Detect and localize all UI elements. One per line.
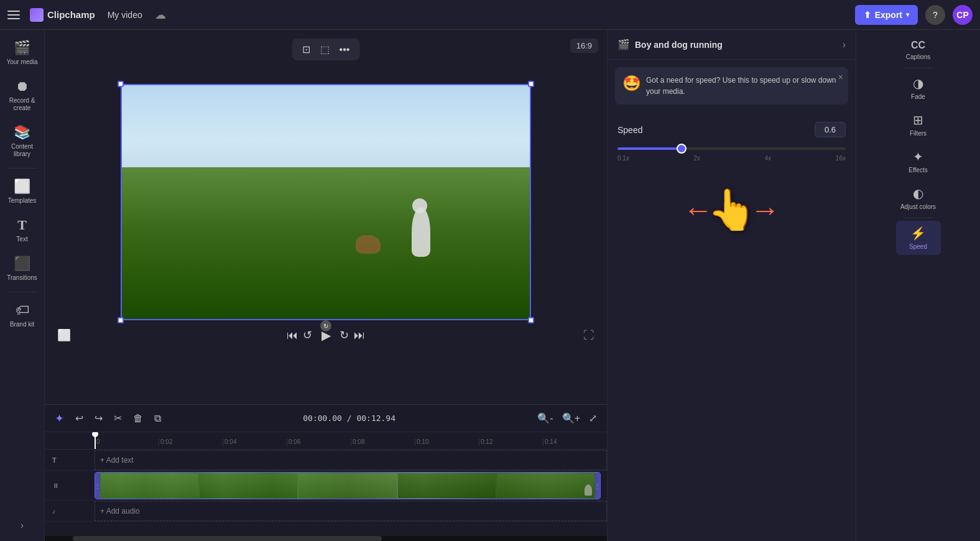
playhead-marker: [92, 432, 98, 437]
add-text-button[interactable]: + Add text: [100, 456, 134, 465]
right-panel-captions[interactable]: CC Captions: [896, 35, 941, 65]
panel-header: 🎬 Boy and dog running ›: [608, 30, 856, 60]
video-background: [122, 85, 530, 319]
forward-button[interactable]: ↻: [337, 326, 351, 344]
export-button[interactable]: ⬆ Export ▾: [855, 5, 918, 25]
menu-icon[interactable]: [7, 7, 22, 22]
topbar: Clipchamp My video ☁ ⬆ Export ▾ ? CP: [0, 0, 980, 30]
speed-slider-thumb[interactable]: [677, 144, 686, 154]
fit-timeline-button[interactable]: ⤢: [586, 410, 599, 427]
export-dropdown-arrow: ▾: [906, 11, 909, 18]
skip-start-button[interactable]: ⏮: [284, 326, 300, 344]
captions-toggle-icon[interactable]: ⬜: [57, 328, 71, 342]
rewind-button[interactable]: ↺: [300, 326, 315, 344]
zoom-out-button[interactable]: 🔍-: [535, 410, 555, 427]
video-clip-strip[interactable]: ⋮: [95, 472, 601, 499]
sidebar-label-text: Text: [16, 236, 27, 243]
crop-button[interactable]: ⊡: [300, 42, 313, 57]
play-pause-button[interactable]: ▶: [315, 324, 337, 346]
duplicate-button[interactable]: ⧉: [152, 410, 164, 427]
speed-control: Speed 0.6 0.1x 2x 4x 16x: [608, 112, 856, 256]
zoom-in-button[interactable]: 🔍+: [560, 410, 583, 427]
info-close-button[interactable]: ×: [838, 72, 843, 82]
speed-mark-16x: 16x: [836, 155, 846, 162]
adjust-colors-label: Adjust colors: [900, 203, 936, 210]
sidebar-item-templates[interactable]: ⬜ Templates: [2, 173, 42, 210]
ruler-mark-4: 0:08: [351, 438, 415, 446]
text-track-icon: T: [52, 456, 57, 464]
topbar-left: Clipchamp My video ☁: [7, 7, 166, 22]
time-separator: /: [347, 414, 357, 423]
left-sidebar: 🎬 Your media ⏺ Record &create 📚 Content …: [0, 30, 45, 541]
sidebar-item-record-create[interactable]: ⏺ Record &create: [2, 73, 42, 117]
resize-handle-tr[interactable]: [528, 81, 534, 87]
filters-label: Filters: [910, 130, 927, 137]
skip-end-button[interactable]: ⏭: [351, 326, 368, 344]
ruler-mark-1: 0:02: [159, 438, 223, 446]
sidebar-item-content-library[interactable]: 📚 Content library: [2, 119, 42, 163]
captions-label: Captions: [906, 53, 930, 60]
video-strip-thumbnails: [100, 473, 595, 499]
speed-panel: 🎬 Boy and dog running › 🤩 Got a need for…: [607, 30, 856, 541]
video-frame[interactable]: [121, 84, 531, 320]
right-panel-effects[interactable]: ✦ Effects: [896, 144, 941, 178]
aspect-ratio-badge[interactable]: 16:9: [570, 39, 598, 53]
more-options-button[interactable]: •••: [337, 43, 353, 57]
timeline-playhead[interactable]: [95, 432, 96, 449]
sidebar-item-text[interactable]: T Text: [2, 212, 42, 248]
export-label: Export: [875, 10, 902, 20]
timeline-scrollbar[interactable]: [45, 536, 607, 541]
cut-button[interactable]: ✂: [111, 410, 124, 427]
text-track-content[interactable]: + Add text: [95, 450, 607, 470]
fade-label: Fade: [911, 93, 925, 100]
add-clip-button[interactable]: ✦: [52, 409, 67, 428]
video-track-content[interactable]: ⋮: [95, 471, 607, 500]
playback-controls: ⬜ ⏮ ↺ ▶ ↻ ⏭ ⛶: [45, 320, 607, 350]
right-panel-speed[interactable]: ⚡ Speed: [896, 221, 941, 255]
delete-button[interactable]: 🗑: [131, 410, 146, 427]
sidebar-item-your-media[interactable]: 🎬 Your media: [2, 35, 42, 71]
add-audio-button[interactable]: + Add audio: [100, 507, 140, 516]
sidebar-divider-2: [7, 292, 37, 292]
resize-button[interactable]: ⬚: [318, 42, 332, 57]
panel-expand-button[interactable]: ›: [843, 39, 846, 50]
ruler-mark-6: 0:12: [479, 438, 543, 446]
app-logo: [30, 8, 44, 22]
undo-button[interactable]: ↩: [73, 410, 86, 427]
sidebar-item-brand-kit[interactable]: 🏷 Brand kit: [2, 297, 42, 333]
sidebar-item-transitions[interactable]: ⬛ Transitions: [2, 251, 42, 287]
brand-kit-icon: 🏷: [16, 302, 29, 318]
sidebar-expand-button[interactable]: ›: [16, 515, 29, 536]
speed-label-row: Speed 0.6: [617, 122, 846, 137]
right-panel-adjust-colors[interactable]: ◐ Adjust colors: [896, 181, 941, 215]
fullscreen-button[interactable]: ⛶: [583, 329, 594, 342]
audio-track-content[interactable]: + Add audio: [95, 501, 607, 521]
main-area: 🎬 Your media ⏺ Record &create 📚 Content …: [0, 30, 980, 541]
resize-handle-tl[interactable]: [118, 81, 124, 87]
sidebar-label-record: Record &create: [9, 97, 35, 112]
scrollbar-thumb[interactable]: [73, 536, 382, 541]
speed-label: Speed: [617, 125, 642, 135]
dog-figure: [356, 235, 381, 254]
redo-button[interactable]: ↪: [92, 410, 105, 427]
right-panel-filters[interactable]: ⊞ Filters: [896, 108, 941, 142]
video-title[interactable]: My video: [103, 7, 147, 22]
right-panel-fade[interactable]: ◑ Fade: [896, 71, 941, 105]
speed-info-box: 🤩 Got a need for speed? Use this to spee…: [615, 67, 848, 104]
audio-track-label: ♪: [45, 507, 95, 515]
user-avatar[interactable]: CP: [953, 5, 973, 25]
video-strip-left-handle[interactable]: ⋮: [95, 473, 100, 499]
ruler-marks: 0 0:02 0:04 0:06 0:08 0:10 0:12 0:14: [95, 438, 607, 446]
your-media-icon: 🎬: [14, 40, 30, 56]
ruler-mark-0: 0: [95, 438, 159, 446]
help-button[interactable]: ?: [925, 5, 945, 25]
video-strip-right-handle[interactable]: ⋮: [595, 473, 600, 499]
speed-slider-wrapper: 0.1x 2x 4x 16x: [617, 147, 846, 162]
timeline-area: ✦ ↩ ↪ ✂ 🗑 ⧉ 00:00.00 / 00:12.94 🔍- 🔍+ ⤢: [45, 404, 607, 541]
speed-value-input[interactable]: 0.6: [815, 122, 846, 137]
content-library-icon: 📚: [14, 124, 30, 141]
speed-slider-track[interactable]: [617, 147, 846, 150]
record-icon: ⏺: [16, 78, 29, 95]
timeline-content: 0 0:02 0:04 0:06 0:08 0:10 0:12 0:14 T: [45, 432, 607, 536]
video-track: ⏸ ⋮: [45, 471, 607, 501]
